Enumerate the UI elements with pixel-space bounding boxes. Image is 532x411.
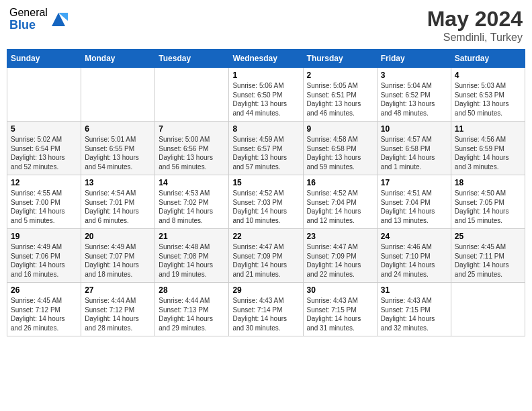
weekday-header-sunday: Sunday (7, 50, 81, 68)
day-info: Sunrise: 4:50 AM Sunset: 7:05 PM Dayligh… (455, 189, 521, 225)
day-info: Sunrise: 4:45 AM Sunset: 7:12 PM Dayligh… (11, 296, 77, 332)
day-info: Sunrise: 4:49 AM Sunset: 7:07 PM Dayligh… (85, 242, 151, 279)
calendar-cell: 21Sunrise: 4:48 AM Sunset: 7:08 PM Dayli… (155, 229, 229, 283)
calendar-cell: 12Sunrise: 4:55 AM Sunset: 7:00 PM Dayli… (7, 175, 81, 229)
day-info: Sunrise: 4:57 AM Sunset: 6:58 PM Dayligh… (381, 135, 447, 171)
weekday-header-tuesday: Tuesday (155, 50, 229, 68)
calendar-week-5: 26Sunrise: 4:45 AM Sunset: 7:12 PM Dayli… (7, 283, 525, 336)
day-number: 7 (159, 124, 225, 134)
calendar-location: Semdinli, Turkey (427, 32, 523, 44)
day-info: Sunrise: 4:44 AM Sunset: 7:12 PM Dayligh… (85, 296, 151, 332)
day-number: 23 (307, 232, 373, 241)
calendar-cell: 29Sunrise: 4:43 AM Sunset: 7:14 PM Dayli… (229, 283, 303, 336)
calendar-cell: 11Sunrise: 4:56 AM Sunset: 6:59 PM Dayli… (451, 122, 525, 175)
day-number: 12 (11, 178, 77, 187)
calendar-cell: 1Sunrise: 5:06 AM Sunset: 6:50 PM Daylig… (229, 68, 303, 122)
day-info: Sunrise: 4:44 AM Sunset: 7:13 PM Dayligh… (159, 296, 225, 332)
day-number: 29 (232, 285, 299, 295)
calendar-week-2: 5Sunrise: 5:02 AM Sunset: 6:54 PM Daylig… (7, 122, 525, 175)
day-info: Sunrise: 4:46 AM Sunset: 7:10 PM Dayligh… (381, 242, 447, 279)
day-info: Sunrise: 5:01 AM Sunset: 6:55 PM Dayligh… (85, 135, 151, 171)
calendar-cell: 25Sunrise: 4:45 AM Sunset: 7:11 PM Dayli… (451, 229, 525, 283)
calendar-cell: 24Sunrise: 4:46 AM Sunset: 7:10 PM Dayli… (377, 229, 451, 283)
day-info: Sunrise: 5:00 AM Sunset: 6:56 PM Dayligh… (159, 135, 225, 171)
calendar-cell: 19Sunrise: 4:49 AM Sunset: 7:06 PM Dayli… (7, 229, 81, 283)
day-info: Sunrise: 5:02 AM Sunset: 6:54 PM Dayligh… (11, 135, 77, 171)
calendar-cell: 8Sunrise: 4:59 AM Sunset: 6:57 PM Daylig… (229, 122, 303, 175)
calendar-cell (155, 68, 229, 122)
day-number: 26 (11, 285, 77, 295)
page-header: General Blue May 2024 Semdinli, Turkey (7, 7, 525, 44)
calendar-cell: 31Sunrise: 4:43 AM Sunset: 7:15 PM Dayli… (377, 283, 451, 336)
day-info: Sunrise: 5:03 AM Sunset: 6:53 PM Dayligh… (455, 81, 521, 118)
calendar-cell: 14Sunrise: 4:53 AM Sunset: 7:02 PM Dayli… (155, 175, 229, 229)
day-number: 13 (85, 178, 151, 187)
calendar-cell: 15Sunrise: 4:52 AM Sunset: 7:03 PM Dayli… (229, 175, 303, 229)
calendar-cell: 5Sunrise: 5:02 AM Sunset: 6:54 PM Daylig… (7, 122, 81, 175)
calendar-cell: 3Sunrise: 5:04 AM Sunset: 6:52 PM Daylig… (377, 68, 451, 122)
calendar-cell: 23Sunrise: 4:47 AM Sunset: 7:09 PM Dayli… (303, 229, 377, 283)
calendar-cell: 10Sunrise: 4:57 AM Sunset: 6:58 PM Dayli… (377, 122, 451, 175)
logo-text: General Blue (9, 7, 48, 32)
calendar-cell: 13Sunrise: 4:54 AM Sunset: 7:01 PM Dayli… (81, 175, 155, 229)
calendar-cell: 4Sunrise: 5:03 AM Sunset: 6:53 PM Daylig… (451, 68, 525, 122)
day-info: Sunrise: 4:48 AM Sunset: 7:08 PM Dayligh… (159, 242, 225, 279)
day-info: Sunrise: 5:04 AM Sunset: 6:52 PM Dayligh… (381, 81, 447, 118)
calendar-cell: 28Sunrise: 4:44 AM Sunset: 7:13 PM Dayli… (155, 283, 229, 336)
calendar-week-4: 19Sunrise: 4:49 AM Sunset: 7:06 PM Dayli… (7, 229, 525, 283)
day-number: 25 (455, 232, 521, 241)
day-info: Sunrise: 4:43 AM Sunset: 7:15 PM Dayligh… (307, 296, 373, 332)
day-info: Sunrise: 4:49 AM Sunset: 7:06 PM Dayligh… (11, 242, 77, 279)
title-block: May 2024 Semdinli, Turkey (427, 7, 523, 44)
day-number: 9 (307, 124, 373, 134)
day-info: Sunrise: 4:59 AM Sunset: 6:57 PM Dayligh… (232, 135, 299, 171)
logo-icon (49, 10, 68, 29)
calendar-cell (451, 283, 525, 336)
calendar-cell: 22Sunrise: 4:47 AM Sunset: 7:09 PM Dayli… (229, 229, 303, 283)
weekday-header-friday: Friday (377, 50, 451, 68)
weekday-header-saturday: Saturday (451, 50, 525, 68)
day-number: 6 (85, 124, 151, 134)
weekday-header-monday: Monday (81, 50, 155, 68)
day-number: 16 (307, 178, 373, 187)
calendar-cell: 16Sunrise: 4:52 AM Sunset: 7:04 PM Dayli… (303, 175, 377, 229)
day-number: 18 (455, 178, 521, 187)
day-number: 21 (159, 232, 225, 241)
calendar-cell: 2Sunrise: 5:05 AM Sunset: 6:51 PM Daylig… (303, 68, 377, 122)
logo: General Blue (9, 7, 68, 32)
day-info: Sunrise: 4:52 AM Sunset: 7:03 PM Dayligh… (232, 189, 299, 225)
day-number: 28 (159, 285, 225, 295)
day-info: Sunrise: 5:06 AM Sunset: 6:50 PM Dayligh… (232, 81, 299, 118)
calendar-cell: 30Sunrise: 4:43 AM Sunset: 7:15 PM Dayli… (303, 283, 377, 336)
day-number: 14 (159, 178, 225, 187)
calendar-cell: 26Sunrise: 4:45 AM Sunset: 7:12 PM Dayli… (7, 283, 81, 336)
logo-blue: Blue (9, 19, 48, 32)
day-info: Sunrise: 4:43 AM Sunset: 7:15 PM Dayligh… (381, 296, 447, 332)
day-info: Sunrise: 4:54 AM Sunset: 7:01 PM Dayligh… (85, 189, 151, 225)
calendar-cell: 18Sunrise: 4:50 AM Sunset: 7:05 PM Dayli… (451, 175, 525, 229)
day-number: 11 (455, 124, 521, 134)
day-number: 17 (381, 178, 447, 187)
day-info: Sunrise: 4:47 AM Sunset: 7:09 PM Dayligh… (232, 242, 299, 279)
day-number: 3 (381, 71, 447, 80)
calendar-cell: 17Sunrise: 4:51 AM Sunset: 7:04 PM Dayli… (377, 175, 451, 229)
calendar-cell (7, 68, 81, 122)
calendar-cell (81, 68, 155, 122)
calendar-cell: 27Sunrise: 4:44 AM Sunset: 7:12 PM Dayli… (81, 283, 155, 336)
day-number: 15 (232, 178, 299, 187)
day-info: Sunrise: 4:58 AM Sunset: 6:58 PM Dayligh… (307, 135, 373, 171)
day-number: 4 (455, 71, 521, 80)
day-number: 8 (232, 124, 299, 134)
day-number: 1 (232, 71, 299, 80)
day-number: 10 (381, 124, 447, 134)
day-info: Sunrise: 4:51 AM Sunset: 7:04 PM Dayligh… (381, 189, 447, 225)
day-number: 24 (381, 232, 447, 241)
logo-general: General (9, 7, 48, 19)
calendar-table: SundayMondayTuesdayWednesdayThursdayFrid… (7, 49, 525, 336)
calendar-header: SundayMondayTuesdayWednesdayThursdayFrid… (7, 50, 525, 68)
calendar-week-3: 12Sunrise: 4:55 AM Sunset: 7:00 PM Dayli… (7, 175, 525, 229)
day-info: Sunrise: 4:45 AM Sunset: 7:11 PM Dayligh… (455, 242, 521, 279)
day-number: 20 (85, 232, 151, 241)
calendar-body: 1Sunrise: 5:06 AM Sunset: 6:50 PM Daylig… (7, 68, 525, 336)
calendar-week-1: 1Sunrise: 5:06 AM Sunset: 6:50 PM Daylig… (7, 68, 525, 122)
